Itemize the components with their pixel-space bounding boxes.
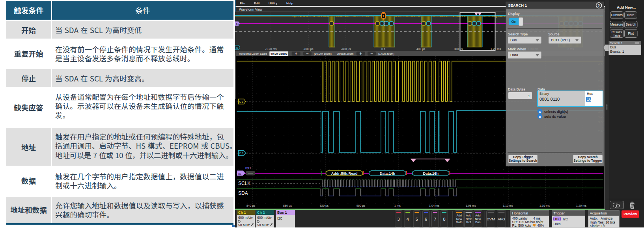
svg-text:Help: Help <box>286 2 293 5</box>
svg-text:-800 µs: -800 µs <box>303 47 313 51</box>
svg-text:0 s: 0 s <box>381 47 385 51</box>
svg-text:AFG: AFG <box>498 217 506 221</box>
svg-text:?: ? <box>598 3 600 7</box>
svg-text:File: File <box>240 2 245 5</box>
svg-text:Waveform View: Waveform View <box>239 7 263 11</box>
svg-text:Plot: Plot <box>628 31 634 35</box>
svg-text:Search: Search <box>625 22 636 26</box>
svg-text:1.12 ms: 1.12 ms <box>503 204 513 207</box>
svg-text:I2C: I2C <box>563 217 568 221</box>
svg-text:Horizontal Zoom Scale: Horizontal Zoom Scale <box>239 52 267 55</box>
svg-text:1.20 ms: 1.20 ms <box>491 47 501 51</box>
svg-text:Preview: Preview <box>623 212 637 216</box>
svg-text:B1: B1 <box>236 23 239 25</box>
svg-text:−: − <box>370 51 373 55</box>
svg-text:Acquisition: Acquisition <box>590 211 607 215</box>
svg-text:RL: 500 kpts: RL: 500 kpts <box>512 224 531 227</box>
svg-text:Horizontal: Horizontal <box>512 211 528 215</box>
svg-text:Settings to Trigger: Settings to Trigger <box>573 159 602 163</box>
svg-text:Copy Trigger: Copy Trigger <box>513 155 533 159</box>
svg-text:T: T <box>383 14 385 18</box>
svg-text:Copy Search: Copy Search <box>578 155 597 159</box>
svg-text:Single: 1/1: Single: 1/1 <box>590 224 606 228</box>
svg-text:C2: C2 <box>236 47 239 49</box>
svg-text:I2C: I2C <box>245 166 251 170</box>
svg-text:Measure: Measure <box>610 22 623 26</box>
svg-text:Ch 1: Ch 1 <box>238 211 246 214</box>
svg-text:Data Bytes: Data Bytes <box>508 87 526 91</box>
svg-text:Data:16h: Data:16h <box>423 172 439 176</box>
svg-text:Source: Source <box>548 32 560 36</box>
svg-text:1.20 ms: 1.20 ms <box>576 204 587 207</box>
svg-text:50 MHz: 50 MHz <box>257 223 269 227</box>
svg-text:(10.00x zoom): (10.00x zoom) <box>314 52 332 55</box>
svg-text:Hex: Hex <box>587 92 593 96</box>
svg-text:40%: 40% <box>537 224 544 227</box>
svg-text:1.04 ms: 1.04 ms <box>429 204 440 207</box>
svg-text:Math: Math <box>456 220 463 224</box>
svg-text:8: 8 <box>443 217 445 222</box>
svg-text:On: On <box>511 19 516 24</box>
svg-text:600 m/div: 600 m/div <box>238 216 253 220</box>
svg-text:Analyze: Analyze <box>601 216 613 220</box>
svg-text:7: 7 <box>434 217 436 222</box>
svg-text:960 µs: 960 µs <box>357 204 366 207</box>
svg-text:Bus 1: Bus 1 <box>277 211 287 214</box>
svg-text:0001 0110: 0001 0110 <box>539 97 560 102</box>
svg-text:400 µs/div: 400 µs/div <box>512 216 528 220</box>
svg-text:I2C: I2C <box>277 216 282 220</box>
svg-text:40.00 us/div: 40.00 us/div <box>271 52 287 55</box>
svg-text:Bus1 (I2C ): Bus1 (I2C ) <box>551 38 570 42</box>
svg-text:920 µs: 920 µs <box>320 204 329 207</box>
svg-text:50 MHz: 50 MHz <box>238 223 250 227</box>
svg-text:16: 16 <box>587 97 592 102</box>
svg-text:Trigger: Trigger <box>554 211 565 215</box>
svg-text:Bus: Bus <box>475 220 480 224</box>
svg-text:B1: B1 <box>238 172 241 175</box>
svg-text:600 m/div: 600 m/div <box>257 216 272 220</box>
svg-text:Search Type: Search Type <box>508 32 528 36</box>
svg-text:Binary: Binary <box>539 92 549 96</box>
svg-text:Search 1: Search 1 <box>610 41 623 45</box>
svg-text:sets its value: sets its value <box>544 114 566 118</box>
svg-text:SEARCH 1: SEARCH 1 <box>508 3 527 7</box>
svg-text:Edit: Edit <box>254 2 260 5</box>
svg-text:-400 µs: -400 µs <box>341 47 351 51</box>
svg-text:Addr:50h:Read: Addr:50h:Read <box>331 172 358 176</box>
svg-text:DVM: DVM <box>487 217 495 221</box>
svg-text:3: 3 <box>397 217 399 222</box>
svg-text:840 µs: 840 µs <box>246 204 256 207</box>
svg-text:C 2: C 2 <box>239 152 244 155</box>
svg-text:Ch 2: Ch 2 <box>257 211 265 214</box>
svg-text:6: 6 <box>425 217 427 222</box>
svg-text:1.08 ms: 1.08 ms <box>466 204 476 207</box>
svg-text:5: 5 <box>416 217 418 222</box>
svg-text:400 µs: 400 µs <box>416 47 426 51</box>
svg-text:C 1: C 1 <box>239 100 244 103</box>
svg-text:Data:14h: Data:14h <box>380 172 396 176</box>
svg-text:Note: Note <box>627 13 635 17</box>
svg-text:800 µs: 800 µs <box>454 47 463 51</box>
svg-text:Cursors: Cursors <box>611 13 623 17</box>
svg-text:1 ms: 1 ms <box>394 204 401 207</box>
svg-text:1.16 ms: 1.16 ms <box>539 204 550 207</box>
svg-text:SCLK: SCLK <box>238 181 250 186</box>
svg-text:(1.00x zoom): (1.00x zoom) <box>378 52 394 55</box>
svg-text:1: 1 <box>528 94 530 98</box>
svg-text:Table: Table <box>613 34 621 37</box>
svg-text:SDA: SDA <box>238 190 248 196</box>
svg-text:Auto,: Auto, <box>590 216 598 220</box>
svg-text:Ref: Ref <box>466 220 471 224</box>
svg-text:Settings to Search: Settings to Search <box>509 159 537 163</box>
svg-text:Add New...: Add New... <box>617 5 636 9</box>
svg-text:Vertical Zoom: Vertical Zoom <box>337 52 354 55</box>
svg-text:Mark When: Mark When <box>508 47 526 51</box>
svg-text:-1.20 ms: -1.20 ms <box>265 47 276 51</box>
svg-text:B: B <box>539 115 541 118</box>
svg-text:Data: Data <box>554 222 561 226</box>
svg-text:A: A <box>539 110 541 114</box>
svg-text:Utility: Utility <box>269 2 278 5</box>
svg-text:Results: Results <box>611 30 622 34</box>
svg-text:4 ms: 4 ms <box>533 216 540 220</box>
svg-text:Events: 1: Events: 1 <box>610 50 624 54</box>
